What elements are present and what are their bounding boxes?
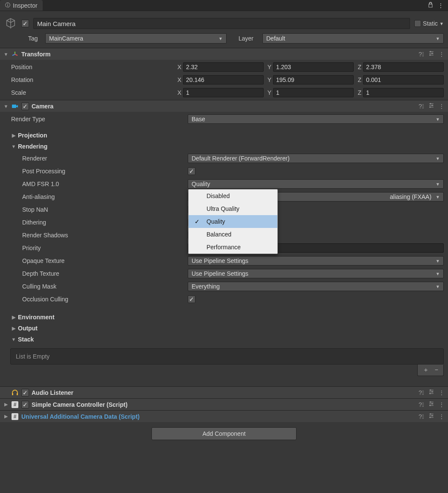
chevron-down-icon[interactable]: ▼ bbox=[439, 21, 444, 26]
component-menu-icon[interactable] bbox=[439, 401, 445, 408]
camera-enabled-checkbox[interactable] bbox=[21, 102, 29, 110]
culling-mask-row: Culling Mask Everything▼ bbox=[9, 281, 444, 292]
chevron-down-icon: ▼ bbox=[436, 284, 440, 289]
occlusion-checkbox[interactable] bbox=[188, 295, 195, 303]
help-icon[interactable]: ?⃝ bbox=[419, 389, 424, 396]
preset-icon[interactable] bbox=[428, 102, 434, 110]
position-y[interactable] bbox=[273, 62, 354, 72]
svg-point-15 bbox=[430, 414, 431, 415]
svg-point-2 bbox=[430, 55, 431, 56]
renderer-select[interactable]: Default Renderer (ForwardRenderer)▼ bbox=[188, 154, 444, 163]
component-menu-icon[interactable] bbox=[439, 389, 445, 396]
foldout-icon[interactable]: ▼ bbox=[11, 144, 16, 149]
rotation-y[interactable] bbox=[273, 75, 354, 85]
preset-icon[interactable] bbox=[428, 389, 434, 396]
svg-point-17 bbox=[430, 417, 431, 418]
uacd-header[interactable]: ▶ # Universal Additional Camera Data (Sc… bbox=[0, 410, 448, 422]
rotation-x[interactable] bbox=[183, 75, 264, 85]
svg-point-10 bbox=[432, 391, 433, 393]
tab-menu-icon[interactable] bbox=[438, 2, 444, 9]
position-label: Position bbox=[9, 64, 175, 70]
svg-point-9 bbox=[430, 390, 431, 391]
static-checkbox[interactable] bbox=[414, 20, 421, 27]
help-icon[interactable]: ?⃝ bbox=[419, 413, 424, 420]
tabbar: ⓘ Inspector bbox=[0, 0, 448, 11]
amd-fsr-select[interactable]: Quality▼ Disabled Ultra Quality Quality … bbox=[188, 179, 444, 189]
tab-inspector[interactable]: ⓘ Inspector bbox=[0, 0, 43, 11]
stack-fold[interactable]: ▼Stack bbox=[9, 335, 444, 344]
camera-controller-header[interactable]: ▶ # Simple Camera Controller (Script) ?⃝ bbox=[0, 398, 448, 410]
gameobject-icon[interactable] bbox=[4, 17, 17, 30]
remove-item-button[interactable]: − bbox=[435, 366, 438, 374]
rotation-z[interactable] bbox=[363, 75, 444, 85]
option-quality[interactable]: Quality bbox=[189, 215, 277, 228]
svg-point-11 bbox=[430, 393, 431, 394]
foldout-icon[interactable]: ▼ bbox=[3, 52, 9, 57]
object-name-field[interactable] bbox=[33, 18, 410, 29]
foldout-icon[interactable]: ▶ bbox=[11, 315, 16, 320]
help-icon[interactable]: ?⃝ bbox=[419, 401, 424, 408]
svg-point-12 bbox=[430, 402, 431, 403]
depth-texture-select[interactable]: Use Pipeline Settings▼ bbox=[188, 269, 444, 278]
scale-x[interactable] bbox=[183, 88, 264, 97]
option-performance[interactable]: Performance bbox=[189, 241, 277, 254]
audio-listener-header[interactable]: ▶ Audio Listener ?⃝ bbox=[0, 386, 448, 398]
camera-header[interactable]: ▼ Camera ?⃝ bbox=[0, 100, 448, 112]
option-balanced[interactable]: Balanced bbox=[189, 228, 277, 241]
foldout-icon[interactable]: ▼ bbox=[11, 337, 16, 342]
opaque-texture-select[interactable]: Use Pipeline Settings▼ bbox=[188, 256, 444, 265]
option-ultra-quality[interactable]: Ultra Quality bbox=[189, 202, 277, 215]
add-component-button[interactable]: Add Component bbox=[151, 427, 297, 440]
svg-point-0 bbox=[430, 51, 431, 53]
projection-fold[interactable]: ▶Projection bbox=[9, 131, 444, 140]
tag-layer-row: Tag MainCamera ▼ Layer Default ▼ bbox=[0, 32, 448, 48]
layer-dropdown[interactable]: Default ▼ bbox=[262, 33, 444, 44]
position-x[interactable] bbox=[183, 62, 264, 72]
amd-fsr-row: AMD FSR 1.0 Quality▼ Disabled Ultra Qual… bbox=[9, 178, 444, 190]
opaque-texture-row: Opaque Texture Use Pipeline Settings▼ bbox=[9, 255, 444, 266]
transform-header[interactable]: ▼ Transform ?⃝ bbox=[0, 48, 448, 60]
foldout-icon[interactable]: ▶ bbox=[3, 402, 9, 407]
scale-y[interactable] bbox=[273, 88, 354, 97]
render-type-select[interactable]: Base▼ bbox=[188, 114, 444, 124]
rendering-fold[interactable]: ▼Rendering bbox=[9, 142, 444, 151]
tag-dropdown[interactable]: MainCamera ▼ bbox=[45, 33, 227, 44]
occlusion-row: Occlusion Culling bbox=[9, 294, 444, 305]
render-type-label: Render Type bbox=[9, 116, 188, 123]
foldout-icon[interactable]: ▶ bbox=[11, 326, 16, 331]
chevron-down-icon: ▼ bbox=[436, 271, 440, 276]
svg-rect-8 bbox=[17, 393, 18, 395]
svg-point-5 bbox=[432, 105, 433, 106]
scale-label: Scale bbox=[9, 89, 175, 96]
chevron-down-icon: ▼ bbox=[436, 36, 440, 41]
camera-title: Camera bbox=[32, 103, 416, 110]
preset-icon[interactable] bbox=[428, 50, 434, 58]
position-z[interactable] bbox=[363, 62, 444, 72]
option-disabled[interactable]: Disabled bbox=[189, 190, 277, 202]
component-menu-icon[interactable] bbox=[439, 51, 445, 58]
help-icon[interactable]: ?⃝ bbox=[419, 51, 424, 58]
lock-icon[interactable] bbox=[428, 2, 433, 9]
preset-icon[interactable] bbox=[428, 401, 434, 408]
environment-fold[interactable]: ▶Environment bbox=[9, 312, 444, 322]
foldout-icon[interactable]: ▶ bbox=[3, 414, 9, 419]
foldout-icon[interactable]: ▼ bbox=[3, 104, 9, 109]
add-item-button[interactable]: ＋ bbox=[423, 366, 429, 374]
foldout-icon[interactable]: ▶ bbox=[11, 133, 16, 138]
preset-icon[interactable] bbox=[428, 413, 434, 420]
scale-row: Scale X Y Z bbox=[9, 87, 444, 98]
culling-mask-select[interactable]: Everything▼ bbox=[188, 282, 444, 291]
tab-label: Inspector bbox=[13, 2, 38, 9]
component-menu-icon[interactable] bbox=[439, 103, 445, 110]
amd-fsr-popup: Disabled Ultra Quality Quality Balanced … bbox=[188, 189, 278, 254]
audio-enabled-checkbox[interactable] bbox=[21, 389, 29, 397]
static-toggle[interactable]: Static ▼ bbox=[414, 20, 444, 27]
chevron-down-icon: ▼ bbox=[218, 36, 223, 41]
post-processing-checkbox[interactable] bbox=[188, 167, 195, 175]
script-enabled-checkbox[interactable] bbox=[21, 401, 29, 408]
active-checkbox[interactable] bbox=[21, 20, 29, 27]
help-icon[interactable]: ?⃝ bbox=[419, 103, 424, 110]
scale-z[interactable] bbox=[363, 88, 444, 97]
output-fold[interactable]: ▶Output bbox=[9, 324, 444, 333]
component-menu-icon[interactable] bbox=[439, 413, 445, 420]
